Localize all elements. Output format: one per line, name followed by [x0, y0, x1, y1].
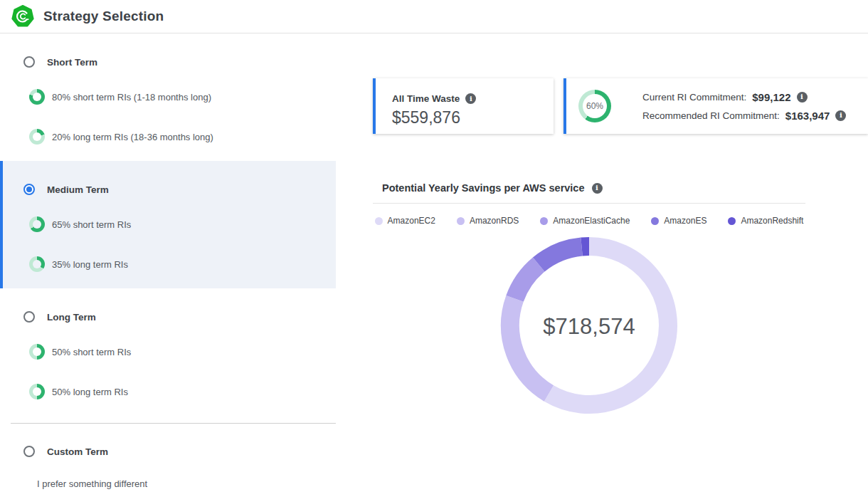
legend-item-amazonredshift[interactable]: AmazonRedshift: [728, 216, 803, 226]
legend-label: AmazonES: [664, 216, 706, 226]
ri-coverage-gauge-label: 60%: [578, 90, 611, 122]
legend-item-amazonec2[interactable]: AmazonEC2: [375, 216, 435, 226]
cast-ai-logo-icon: [11, 5, 34, 28]
strategy-group-long-term: Long Term50% short term RIs50% long term…: [11, 288, 336, 407]
all-time-waste-card: All Time Waste i $559,876: [373, 78, 554, 134]
strategy-split-label: 50% long term RIs: [52, 387, 128, 397]
savings-chart-panel: Potential Yearly Savings per AWS service…: [373, 176, 805, 421]
legend-dot: [651, 217, 659, 225]
strategy-split-label: 80% short term RIs (1-18 months long): [52, 92, 211, 103]
strategy-group-label: Long Term: [47, 312, 96, 323]
info-icon[interactable]: i: [465, 93, 476, 104]
legend-dot: [540, 217, 548, 225]
savings-donut-chart: $718,574: [497, 233, 682, 421]
percent-ring-indicator: [29, 384, 45, 399]
strategy-group-custom-term: Custom TermI prefer something different: [11, 424, 336, 492]
strategy-group-label: Medium Term: [47, 184, 109, 195]
all-time-waste-value: $559,876: [392, 108, 554, 127]
legend-dot: [457, 217, 465, 225]
current-ri-commitment-value: $99,122: [752, 91, 790, 103]
strategy-split-item: 20% long term RIs (18-36 months long): [11, 129, 336, 145]
percent-ring-indicator: [29, 89, 45, 105]
legend-label: AmazonRDS: [470, 216, 519, 226]
strategy-option-short-term[interactable]: Short Term: [11, 56, 336, 68]
percent-ring-indicator: [29, 129, 45, 145]
strategy-split-label: 35% long term RIs: [52, 259, 128, 270]
strategy-split-item: 65% short term RIs: [11, 216, 336, 232]
strategy-selection-list: Short Term80% short term RIs (1-18 month…: [11, 33, 336, 492]
donut-segment-amazones[interactable]: [539, 246, 581, 264]
recommended-ri-commitment-value: $163,947: [785, 110, 830, 122]
strategy-option-medium-term[interactable]: Medium Term: [11, 183, 336, 196]
donut-segment-amazonelasticache[interactable]: [515, 264, 539, 298]
strategy-split-label: 50% short term RIs: [52, 347, 131, 357]
strategy-group-short-term: Short Term80% short term RIs (1-18 month…: [11, 56, 336, 152]
info-icon[interactable]: i: [592, 183, 603, 194]
radio-medium-term-selected[interactable]: [23, 184, 35, 195]
info-icon[interactable]: i: [797, 92, 808, 103]
page-title: Strategy Selection: [43, 9, 164, 24]
radio-custom-term[interactable]: [23, 446, 35, 457]
custom-term-description: I prefer something different: [11, 478, 336, 489]
legend-dot: [728, 217, 736, 225]
percent-ring-indicator: [29, 344, 45, 360]
percent-ring-indicator: [29, 216, 45, 232]
radio-long-term[interactable]: [23, 311, 35, 323]
strategy-split-label: 20% long term RIs (18-36 months long): [52, 132, 213, 142]
donut-segment-amazonec2[interactable]: [549, 246, 668, 404]
strategy-split-item: 35% long term RIs: [11, 256, 336, 272]
recommended-ri-commitment-label: Recommended RI Commitment:: [642, 110, 780, 121]
info-icon[interactable]: i: [835, 110, 846, 121]
legend-item-amazones[interactable]: AmazonES: [651, 216, 706, 226]
savings-chart-title: Potential Yearly Savings per AWS service: [382, 182, 585, 194]
strategy-option-long-term[interactable]: Long Term: [11, 310, 336, 323]
strategy-split-item: 50% short term RIs: [11, 344, 336, 360]
percent-ring-indicator: [29, 256, 45, 272]
savings-chart-legend: AmazonEC2AmazonRDSAmazonElastiCacheAmazo…: [373, 216, 805, 226]
ri-commitment-card: 60% Current RI Commitment: $99,122 i Rec…: [563, 78, 868, 134]
strategy-group-label: Short Term: [47, 57, 97, 68]
legend-item-amazonrds[interactable]: AmazonRDS: [457, 216, 519, 226]
strategy-group-medium-term: Medium Term65% short term RIs35% long te…: [0, 161, 336, 288]
legend-label: AmazonElastiCache: [553, 216, 630, 226]
strategy-split-item: 80% short term RIs (1-18 months long): [11, 89, 336, 105]
all-time-waste-label: All Time Waste: [392, 93, 460, 104]
radio-short-term[interactable]: [23, 56, 35, 68]
donut-segment-amazonrds[interactable]: [510, 298, 549, 393]
strategy-option-custom-term[interactable]: Custom Term: [11, 445, 336, 458]
legend-label: AmazonEC2: [388, 216, 435, 226]
strategy-group-label: Custom Term: [47, 446, 108, 457]
legend-dot: [375, 217, 383, 225]
current-ri-commitment-label: Current RI Commitment:: [642, 92, 746, 103]
ri-coverage-gauge: 60%: [578, 90, 611, 122]
page-header: Strategy Selection: [0, 0, 868, 33]
strategy-split-item: 50% long term RIs: [11, 384, 336, 399]
strategy-split-label: 65% short term RIs: [52, 219, 131, 230]
legend-item-amazonelasticache[interactable]: AmazonElastiCache: [540, 216, 630, 226]
legend-label: AmazonRedshift: [741, 216, 803, 226]
